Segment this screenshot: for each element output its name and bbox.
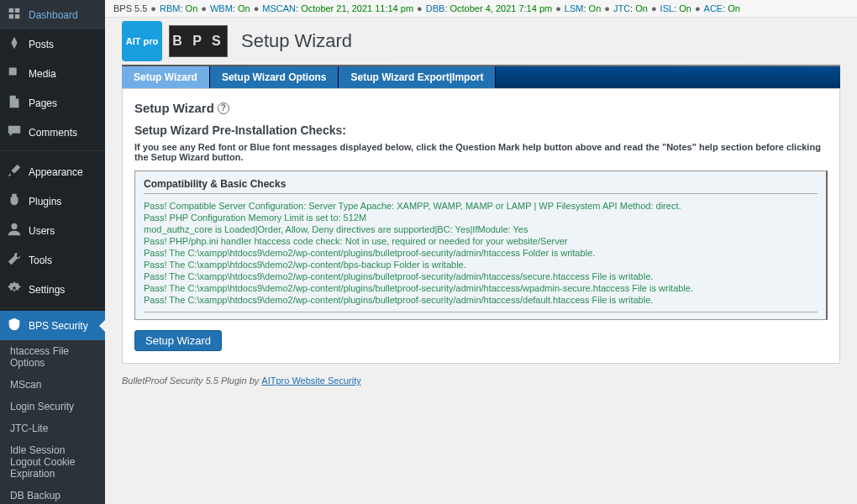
checks-box: Compatibility & Basic Checks Pass! Compa… [134,171,828,320]
sidebar-item-tools[interactable]: Tools [0,245,105,275]
sidebar-sub-htaccess[interactable]: htaccess File Options [0,340,105,374]
status-lsm-value: On [589,3,602,13]
sidebar-item-label: Media [29,68,56,80]
status-bar: BPS 5.5 ● RBM: On ● WBM: On ● MSCAN: Oct… [105,0,857,18]
sidebar-divider [0,150,105,157]
status-wbm-label: WBM [210,3,233,13]
sidebar-item-label: Pages [29,97,57,109]
sidebar-item-label: Appearance [29,166,83,178]
main-content: BPS 5.5 ● RBM: On ● WBM: On ● MSCAN: Oct… [105,0,857,504]
user-icon [7,222,22,239]
check-line: Pass! The C:\xampp\htdocs9\demo2/wp-cont… [144,271,818,281]
status-dbb-value: October 4, 2021 7:14 pm [450,3,553,13]
check-line: Pass! The C:\xampp\htdocs9\demo2/wp-cont… [144,295,818,305]
comment-icon [7,123,22,141]
status-rbm-value: On [186,3,198,13]
status-jtc-label: JTC [613,3,630,13]
status-isl-value: On [679,3,691,13]
bullet-icon: ● [201,3,207,13]
status-mscan-label: MSCAN [262,3,296,13]
checks-title: Compatibility & Basic Checks [144,178,818,194]
setup-wizard-button[interactable]: Setup Wizard [134,330,222,351]
check-line: Pass! The C:\xampp\htdocs9\demo2/wp-cont… [144,248,818,258]
footer-link[interactable]: AITpro Website Security [261,375,360,386]
sidebar-item-label: Plugins [29,196,61,207]
sidebar-item-users[interactable]: Users [0,216,105,245]
tab-bar: Setup Wizard Setup Wizard Options Setup … [122,66,840,88]
help-icon[interactable]: ? [218,102,229,114]
sidebar-item-label: Settings [29,284,65,296]
status-dbb-label: DBB [426,3,445,13]
check-line: Pass! PHP/php.ini handler htaccess code … [144,236,818,246]
sidebar-item-media[interactable]: Media [0,59,105,88]
plug-icon [7,192,22,210]
svg-point-0 [11,223,17,229]
content-wrap: AIT pro B P S Setup Wizard Setup Wizard … [105,18,857,402]
sidebar-item-label: BPS Security [29,320,88,332]
sidebar-item-bps-security[interactable]: BPS Security [0,311,105,340]
sidebar-item-label: Dashboard [29,9,78,21]
sidebar-item-pages[interactable]: Pages [0,88,105,118]
admin-sidebar: Dashboard Posts Media Pages Comments App… [0,0,105,504]
brush-icon [7,163,22,181]
sidebar-sub-mscan[interactable]: MScan [0,374,105,396]
bullet-icon: ● [695,3,701,13]
status-ace-value: On [728,3,740,13]
bullet-icon: ● [417,3,423,13]
check-line: Pass! Compatible Server Configuration: S… [144,201,818,211]
check-line: Pass! PHP Configuration Memory Limit is … [144,213,818,223]
tab-setup-wizard[interactable]: Setup Wizard [122,66,210,88]
panel-heading: Setup Wizard [134,101,214,115]
status-mscan-value: October 21, 2021 11:14 pm [301,3,413,13]
main-panel: Setup Wizard ? Setup Wizard Pre-Installa… [122,88,840,364]
pin-icon [7,35,22,53]
page-icon [7,94,22,112]
status-rbm-label: RBM [160,3,180,13]
sidebar-sub-db-backup[interactable]: DB Backup [0,485,105,504]
tab-setup-wizard-export-import[interactable]: Setup Wizard Export|Import [339,66,496,88]
title-row: AIT pro B P S Setup Wizard [122,18,840,61]
status-lsm-label: LSM [565,3,584,13]
shield-icon [7,317,22,334]
sidebar-sub-login-security[interactable]: Login Security [0,396,105,417]
footer-note: BulletProof Security 5.5 Plugin by AITpr… [122,375,840,386]
sidebar-item-dashboard[interactable]: Dashboard [0,0,105,29]
bullet-icon: ● [651,3,657,13]
sidebar-item-label: Posts [29,39,54,50]
sidebar-item-label: Users [29,225,55,237]
sidebar-group-content: Dashboard Posts Media Pages Comments [0,0,105,147]
tab-setup-wizard-options[interactable]: Setup Wizard Options [210,66,339,88]
aitpro-logo: AIT pro [122,21,162,61]
wrench-icon [7,251,22,269]
svg-point-1 [13,286,16,290]
sidebar-item-appearance[interactable]: Appearance [0,157,105,186]
dashboard-icon [7,6,22,24]
check-line: mod_authz_core is Loaded|Order, Allow, D… [144,224,818,234]
bullet-icon: ● [604,3,610,13]
page-title: Setup Wizard [241,30,352,52]
status-ace-label: ACE [704,3,723,13]
sidebar-sub-jtc-lite[interactable]: JTC-Lite [0,417,105,439]
status-wbm-value: On [238,3,250,13]
status-isl-label: ISL [660,3,675,13]
status-jtc-value: On [635,3,648,13]
sidebar-item-posts[interactable]: Posts [0,29,105,59]
bps-logo: B P S [169,25,228,57]
sidebar-item-settings[interactable]: Settings [0,275,105,304]
gear-icon [7,281,22,298]
sidebar-item-plugins[interactable]: Plugins [0,186,105,216]
warning-text: If you see any Red font or Blue font mes… [134,142,828,162]
media-icon [7,65,22,82]
sidebar-submenu: htaccess File Options MScan Login Securi… [0,340,105,504]
sidebar-group-site: Appearance Plugins Users Tools Settings [0,157,105,304]
sidebar-item-label: Comments [29,127,77,139]
check-line: Pass! The C:\xampp\htdocs9\demo2/wp-cont… [144,260,818,270]
sidebar-item-label: Tools [29,255,52,266]
bps-version: BPS 5.5 [113,3,147,13]
bullet-icon: ● [555,3,561,13]
panel-subheading: Setup Wizard Pre-Installation Checks: [134,123,828,137]
sidebar-item-comments[interactable]: Comments [0,118,105,147]
check-line: Pass! The C:\xampp\htdocs9\demo2/wp-cont… [144,283,818,293]
panel-heading-row: Setup Wizard ? [134,101,828,115]
sidebar-sub-isl[interactable]: Idle Session Logout Cookie Expiration [0,439,105,485]
